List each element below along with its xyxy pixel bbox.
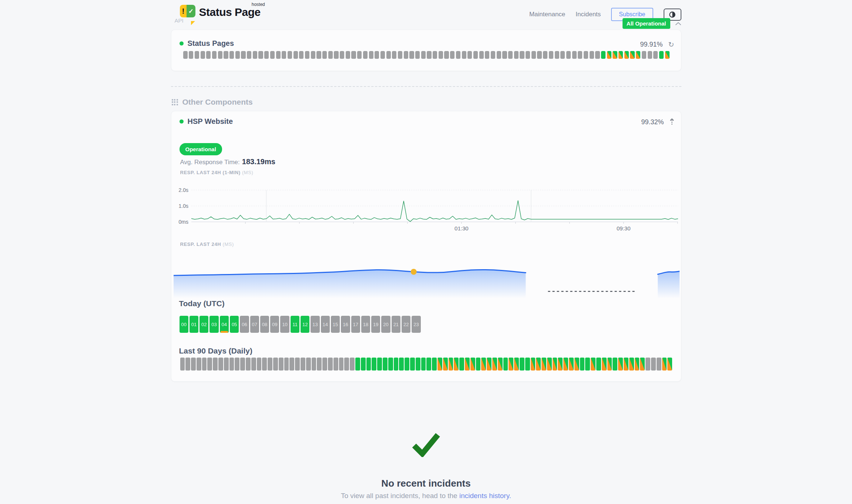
uptime-bar[interactable] [334,51,338,59]
hour-block[interactable]: 20 [381,316,390,333]
uptime-bar[interactable] [377,358,382,371]
uptime-bar[interactable] [218,51,222,59]
uptime-bar[interactable] [344,358,349,371]
uptime-bar[interactable] [553,358,557,371]
hour-block[interactable]: 15 [331,316,340,333]
uptime-bar[interactable] [537,51,541,59]
uptime-bar[interactable] [630,51,634,59]
uptime-bar[interactable] [398,51,402,59]
uptime-bar[interactable] [640,358,645,371]
uptime-bar[interactable] [257,358,262,371]
uptime-bar[interactable] [578,51,582,59]
uptime-bar[interactable] [316,51,321,59]
uptime-bar[interactable] [601,51,606,59]
uptime-bar[interactable] [284,358,289,371]
uptime-bar[interactable] [392,51,396,59]
hour-block[interactable]: 14 [321,316,330,333]
hour-block[interactable]: 19 [371,316,380,333]
uptime-bar[interactable] [282,51,286,59]
uptime-bar[interactable] [183,51,188,59]
hour-block[interactable]: 10 [280,316,289,333]
uptime-bar[interactable] [497,51,501,59]
hour-block[interactable]: 02 [199,316,208,333]
uptime-bar[interactable] [543,51,547,59]
hour-block[interactable]: 21 [392,316,400,333]
uptime-bar[interactable] [380,51,385,59]
uptime-bar[interactable] [590,51,594,59]
uptime-bar[interactable] [473,51,478,59]
uptime-bar[interactable] [312,358,316,371]
uptime-bar[interactable] [224,51,228,59]
uptime-bar[interactable] [642,51,646,59]
uptime-bar[interactable] [357,51,362,59]
uptime-bar[interactable] [659,51,664,59]
uptime-bar[interactable] [560,51,565,59]
uptime-bar[interactable] [262,358,267,371]
uptime-bar[interactable] [566,51,571,59]
uptime-bar[interactable] [415,51,420,59]
uptime-bar[interactable] [481,358,486,371]
uptime-bar[interactable] [388,358,393,371]
uptime-bar[interactable] [531,51,536,59]
refresh-icon[interactable]: ↻ [668,40,674,49]
hour-block[interactable]: 16 [341,316,350,333]
uptime-bar[interactable] [653,51,658,59]
uptime-bar[interactable] [426,358,431,371]
uptime-bar[interactable] [394,358,399,371]
uptime-bar[interactable] [613,358,617,371]
uptime-bar[interactable] [404,51,408,59]
hour-block[interactable]: 13 [311,316,319,333]
uptime-bar[interactable] [618,51,623,59]
uptime-bar[interactable] [224,358,229,371]
uptime-bar[interactable] [299,51,303,59]
uptime-bar[interactable] [235,51,240,59]
uptime-bar[interactable] [273,358,278,371]
uptime-bar[interactable] [241,51,245,59]
hour-block[interactable]: 06 [240,316,249,333]
uptime-bar[interactable] [662,358,667,371]
uptime-bar[interactable] [289,358,294,371]
uptime-bar[interactable] [333,358,338,371]
uptime-bar[interactable] [514,51,519,59]
uptime-bar[interactable] [180,358,185,371]
uptime-bar[interactable] [410,358,415,371]
chevron-up-icon[interactable] [675,22,681,26]
uptime-bar[interactable] [536,358,541,371]
uptime-bar[interactable] [467,51,472,59]
uptime-bar[interactable] [191,358,196,371]
hour-block[interactable]: 22 [402,316,410,333]
uptime-bar[interactable] [526,51,530,59]
uptime-bar[interactable] [432,358,437,371]
hour-block[interactable]: 07 [250,316,259,333]
uptime-bar[interactable] [547,358,552,371]
uptime-bar[interactable] [346,51,350,59]
uptime-bar[interactable] [503,358,508,371]
uptime-bar[interactable] [253,51,257,59]
uptime-bar[interactable] [618,358,623,371]
uptime-bar[interactable] [433,51,437,59]
hour-block[interactable]: 08 [260,316,269,333]
uptime-bar[interactable] [421,358,426,371]
uptime-bar[interactable] [197,358,201,371]
uptime-bar[interactable] [476,358,481,371]
uptime-bar[interactable] [383,358,388,371]
uptime-bar[interactable] [247,51,251,59]
uptime-bar[interactable] [328,51,333,59]
uptime-bar[interactable] [311,51,315,59]
uptime-bar[interactable] [520,51,524,59]
uptime-bar[interactable] [295,358,300,371]
uptime-bar[interactable] [288,51,292,59]
uptime-bar[interactable] [665,51,670,59]
uptime-bar[interactable] [201,51,205,59]
uptime-bar[interactable] [375,51,379,59]
uptime-bar[interactable] [613,51,617,59]
uptime-bar[interactable] [355,358,360,371]
uptime-bar[interactable] [456,51,460,59]
uptime-bar[interactable] [351,51,356,59]
hour-block[interactable]: 18 [361,316,370,333]
hour-block[interactable]: 11 [291,316,299,333]
uptime-bar[interactable] [531,358,536,371]
uptime-bar[interactable] [301,358,305,371]
uptime-bar[interactable] [584,51,588,59]
uptime-bar[interactable] [657,358,661,371]
